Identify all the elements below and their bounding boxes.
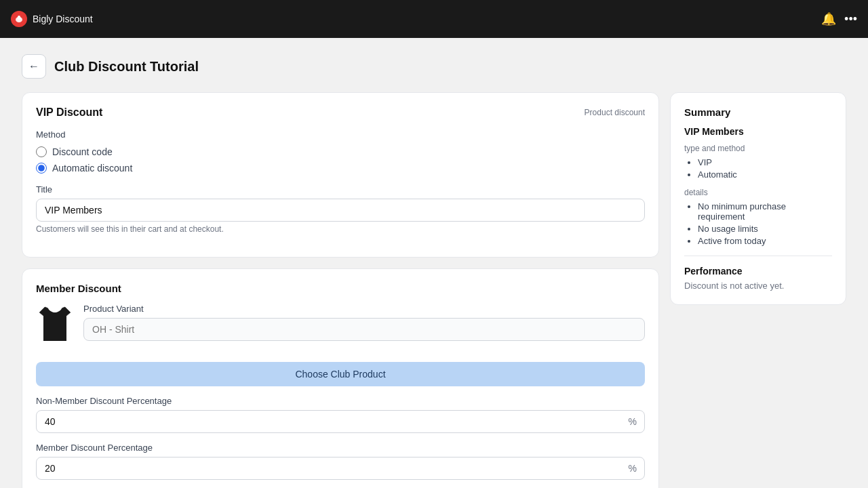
non-member-field-group: Non-Member Discount Percentage %	[36, 396, 645, 433]
member-discount-title: Member Discount	[36, 283, 645, 294]
performance-title: Performance	[684, 266, 832, 277]
product-image	[36, 304, 74, 347]
back-arrow-icon: ←	[28, 60, 39, 73]
member-field-group: Member Discount Percentage %	[36, 443, 645, 480]
detail-item-2: Active from today	[698, 236, 832, 246]
product-variant-input	[83, 318, 645, 341]
vip-card-badge: Product discount	[585, 108, 645, 117]
member-percent: %	[629, 463, 637, 474]
svg-point-2	[18, 16, 20, 18]
non-member-percent: %	[629, 416, 637, 427]
method-radio-group: Discount code Automatic discount	[36, 146, 645, 174]
vip-discount-card: VIP Discount Product discount Method Dis…	[22, 92, 659, 258]
type-method-label: type and method	[684, 144, 832, 153]
discount-code-option[interactable]: Discount code	[36, 146, 645, 157]
product-variant-right: Product Variant	[83, 304, 645, 341]
summary-card: Summary VIP Members type and method VIP …	[670, 92, 846, 305]
title-field-group: Title Customers will see this in their c…	[36, 184, 645, 234]
title-label: Title	[36, 184, 645, 195]
automatic-discount-radio[interactable]	[36, 163, 47, 174]
detail-item-1: No usage limits	[698, 224, 832, 234]
page-title: Club Discount Tutorial	[54, 59, 199, 75]
app-logo	[11, 11, 27, 27]
title-hint: Customers will see this in their cart an…	[36, 224, 645, 234]
summary-divider	[684, 256, 832, 256]
non-member-input-wrapper: %	[36, 410, 645, 433]
back-button[interactable]: ←	[22, 54, 46, 79]
method-label: Method	[36, 129, 645, 140]
title-input[interactable]	[36, 199, 645, 222]
type-item-0: VIP	[698, 157, 832, 167]
details-label: details	[684, 188, 832, 197]
right-column: Summary VIP Members type and method VIP …	[670, 92, 846, 305]
main-layout: VIP Discount Product discount Method Dis…	[22, 92, 846, 488]
summary-subtitle: VIP Members	[684, 126, 832, 137]
member-input-wrapper: %	[36, 457, 645, 480]
type-method-list: VIP Automatic	[684, 157, 832, 180]
details-list: No minimum purchase requirement No usage…	[684, 201, 832, 246]
summary-title: Summary	[684, 106, 832, 118]
vip-card-header: VIP Discount Product discount	[36, 106, 645, 119]
member-discount-card: Member Discount Product Variant	[22, 268, 659, 488]
automatic-discount-label: Automatic discount	[52, 163, 132, 174]
non-member-label: Non-Member Discount Percentage	[36, 396, 645, 406]
performance-text: Discount is not active yet.	[684, 281, 832, 291]
member-discount-input[interactable]	[36, 457, 645, 480]
product-variant-label: Product Variant	[83, 304, 645, 314]
left-column: VIP Discount Product discount Method Dis…	[22, 92, 659, 488]
detail-item-0: No minimum purchase requirement	[698, 201, 832, 222]
choose-club-product-button[interactable]: Choose Club Product	[36, 362, 645, 386]
page-content: ← Club Discount Tutorial VIP Discount Pr…	[0, 38, 868, 488]
non-member-input[interactable]	[36, 410, 645, 433]
vip-card-title: VIP Discount	[36, 106, 102, 119]
member-discount-label: Member Discount Percentage	[36, 443, 645, 453]
non-member-group: Non-Member Discount Percentage % Member …	[36, 396, 645, 488]
product-variant-row: Product Variant	[36, 304, 645, 347]
discount-code-radio[interactable]	[36, 146, 47, 157]
app-name-area: Bigly Discount	[11, 11, 93, 27]
discount-code-label: Discount code	[52, 146, 113, 157]
top-bar: Bigly Discount 🔔 •••	[0, 0, 868, 38]
top-bar-actions: 🔔 •••	[821, 12, 857, 26]
more-options-icon[interactable]: •••	[844, 12, 857, 26]
notification-icon[interactable]: 🔔	[821, 12, 836, 26]
automatic-discount-option[interactable]: Automatic discount	[36, 163, 645, 174]
app-name-label: Bigly Discount	[33, 14, 93, 24]
type-item-1: Automatic	[698, 169, 832, 180]
page-header: ← Club Discount Tutorial	[22, 54, 846, 79]
